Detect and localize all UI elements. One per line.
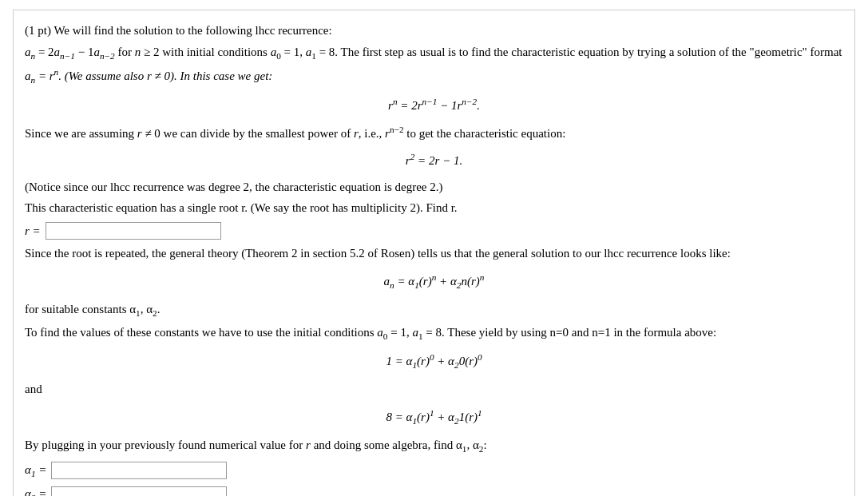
divide-text: Since we are assuming r ≠ 0 we can divid… [25, 123, 843, 143]
suitable-text: for suitable constants α1, α2. [25, 300, 843, 320]
alpha2-input[interactable] [51, 486, 227, 496]
and-text: and [25, 380, 843, 399]
r-input-row: r = [25, 222, 843, 240]
r-label: r = [25, 222, 41, 240]
geometric-format: an = rn. (We assume also r ≠ 0). In this… [25, 65, 843, 87]
single-root-text: This characteristic equation has a singl… [25, 199, 843, 217]
alpha1-input-row: α1 = [25, 461, 843, 481]
alpha1-label: α1 = [25, 461, 46, 481]
alpha2-label: α2 = [25, 485, 46, 496]
equation-4: 1 = α1(r)0 + α20(r)0 [25, 351, 843, 372]
initial-cond-text: To find the values of these constants we… [25, 323, 843, 343]
equation-1: rn = 2rn−1 − 1rn−2. [25, 95, 843, 115]
problem-container: (1 pt) We will find the solution to the … [13, 10, 855, 496]
equation-3: an = α1(r)n + α2n(r)n [25, 271, 843, 292]
header-text: (1 pt) We will find the solution to the … [25, 22, 843, 40]
alpha1-input[interactable] [51, 462, 227, 479]
equation-5: 8 = α1(r)1 + α21(r)1 [25, 407, 843, 428]
repeated-root-text: Since the root is repeated, the general … [25, 244, 843, 263]
alpha2-input-row: α2 = [25, 485, 843, 496]
recurrence-definition: an = 2an−1 − 1an−2 for n ≥ 2 with initia… [25, 43, 843, 63]
r-input[interactable] [46, 222, 221, 240]
equation-2: r2 = 2r − 1. [25, 150, 843, 170]
plugging-text: By plugging in your previously found num… [25, 436, 843, 456]
notice-text: (Notice since our lhcc recurrence was de… [25, 178, 843, 196]
